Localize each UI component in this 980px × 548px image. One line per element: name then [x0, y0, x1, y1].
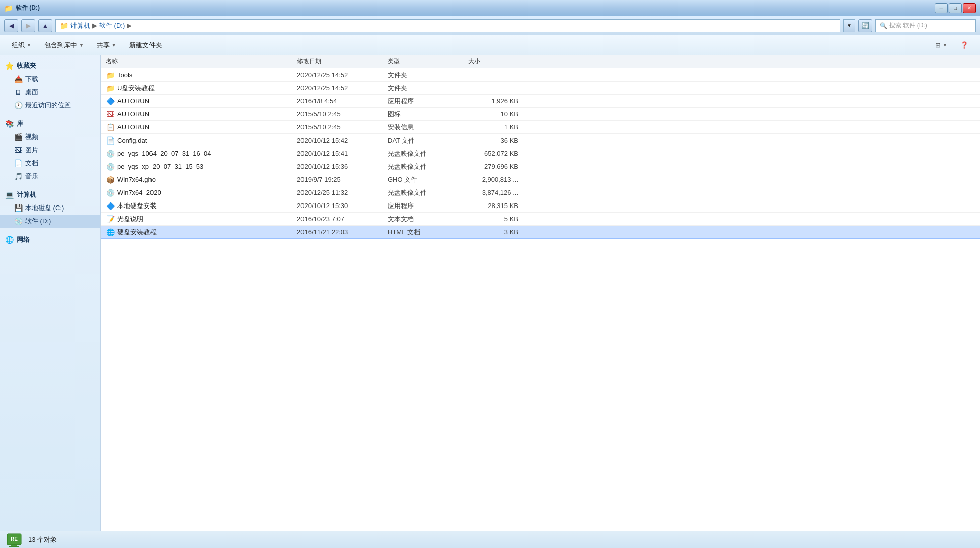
file-type: 光盘映像文件 [388, 188, 468, 197]
minimize-button[interactable]: ─ [935, 3, 948, 13]
col-header-type[interactable]: 类型 [388, 57, 468, 66]
sidebar: ⭐ 收藏夹 📥 下载 🖥 桌面 🕐 最近访问的位置 📚 库 [0, 55, 101, 531]
network-icon: 🌐 [5, 236, 14, 244]
table-row[interactable]: 📁 U盘安装教程 2020/12/25 14:52 文件夹 [101, 82, 980, 95]
file-name: 📋 AUTORUN [106, 123, 297, 132]
sidebar-item-download[interactable]: 📥 下载 [0, 73, 100, 86]
file-name: 🖼 AUTORUN [106, 110, 297, 119]
views-arrow: ▼ [943, 43, 947, 48]
sidebar-item-local-d[interactable]: 💿 软件 (D:) [0, 215, 100, 228]
search-box[interactable]: 🔍 搜索 软件 (D:) [875, 19, 976, 32]
network-label: 网络 [17, 235, 30, 244]
file-size: 1 KB [468, 123, 529, 131]
gho-icon: 📦 [106, 175, 115, 184]
window-title: 软件 (D:) [16, 4, 40, 12]
address-path[interactable]: 📁 计算机 ▶ 软件 (D:) ▶ [55, 19, 840, 32]
dat-icon: 📄 [106, 136, 115, 145]
sidebar-header-favorites[interactable]: ⭐ 收藏夹 [0, 59, 100, 73]
share-button[interactable]: 共享 ▼ [91, 38, 122, 53]
file-type: GHO 文件 [388, 175, 468, 184]
address-dropdown[interactable]: ▼ [843, 19, 855, 32]
file-name: 🌐 硬盘安装教程 [106, 228, 297, 237]
table-row[interactable]: 💿 pe_yqs_xp_20_07_31_15_53 2020/10/12 15… [101, 160, 980, 173]
computer-label: 计算机 [17, 190, 36, 199]
img-icon: 🖼 [106, 110, 115, 119]
refresh-button[interactable]: 🔄 [858, 19, 872, 32]
pictures-icon: 🖼 [14, 146, 22, 154]
exe_special-icon: 🔷 [106, 201, 115, 211]
col-header-size[interactable]: 大小 [468, 57, 529, 66]
favorites-label: 收藏夹 [17, 61, 36, 71]
sidebar-item-video[interactable]: 🎬 视频 [0, 130, 100, 144]
sidebar-section-computer: 💻 计算机 💾 本地磁盘 (C:) 💿 软件 (D:) [0, 188, 100, 228]
video-icon: 🎬 [14, 133, 22, 141]
iso-icon: 💿 [106, 188, 115, 197]
sidebar-header-library[interactable]: 📚 库 [0, 117, 100, 130]
share-arrow: ▼ [112, 43, 116, 48]
music-icon: 🎵 [14, 172, 22, 180]
iso-icon: 💿 [106, 149, 115, 158]
window-icon: 📁 [4, 4, 13, 12]
back-button[interactable]: ◀ [4, 19, 18, 32]
new-folder-button[interactable]: 新建文件夹 [124, 38, 168, 53]
file-list: 📁 Tools 2020/12/25 14:52 文件夹 📁 U盘安装教程 20… [101, 68, 980, 531]
forward-button[interactable]: ▶ [21, 19, 35, 32]
file-date: 2020/12/25 14:52 [297, 84, 388, 92]
file-type: 应用程序 [388, 97, 468, 106]
file-date: 2019/9/7 19:25 [297, 176, 388, 183]
sidebar-item-desktop[interactable]: 🖥 桌面 [0, 86, 100, 99]
table-row[interactable]: 📦 Win7x64.gho 2019/9/7 19:25 GHO 文件 2,90… [101, 173, 980, 186]
file-date: 2020/10/12 15:41 [297, 150, 388, 157]
file-area: 名称 修改日期 类型 大小 📁 Tools 2020/12/25 14:52 文… [101, 55, 980, 531]
pictures-label: 图片 [25, 146, 38, 155]
status-bar-icon: RE [6, 532, 22, 548]
file-type: 光盘映像文件 [388, 149, 468, 158]
file-type: DAT 文件 [388, 136, 468, 145]
title-bar-controls: ─ □ ✕ [935, 3, 976, 13]
path-computer[interactable]: 计算机 [70, 21, 90, 30]
file-size: 28,315 KB [468, 202, 529, 210]
table-row[interactable]: 🌐 硬盘安装教程 2016/11/21 22:03 HTML 文档 3 KB [101, 226, 980, 239]
include-library-button[interactable]: 包含到库中 ▼ [39, 38, 89, 53]
table-row[interactable]: 📄 Config.dat 2020/10/12 15:42 DAT 文件 36 … [101, 134, 980, 147]
sidebar-header-computer[interactable]: 💻 计算机 [0, 188, 100, 201]
include-library-arrow: ▼ [79, 43, 84, 48]
sidebar-header-network[interactable]: 🌐 网络 [0, 233, 100, 246]
sidebar-item-recent[interactable]: 🕐 最近访问的位置 [0, 99, 100, 112]
file-date: 2016/11/21 22:03 [297, 228, 388, 236]
download-label: 下载 [25, 75, 38, 84]
sidebar-item-music[interactable]: 🎵 音乐 [0, 170, 100, 183]
file-date: 2015/5/10 2:45 [297, 110, 388, 118]
table-row[interactable]: 💿 pe_yqs_1064_20_07_31_16_04 2020/10/12 … [101, 147, 980, 160]
table-row[interactable]: 🔷 AUTORUN 2016/1/8 4:54 应用程序 1,926 KB [101, 95, 980, 108]
file-size: 3,874,126 ... [468, 189, 529, 196]
organize-label: 组织 [12, 41, 25, 50]
close-button[interactable]: ✕ [963, 3, 976, 13]
folder-icon: 📁 [106, 71, 115, 80]
library-label: 库 [17, 119, 23, 128]
file-type: 应用程序 [388, 201, 468, 211]
sidebar-item-documents[interactable]: 📄 文档 [0, 157, 100, 170]
sidebar-item-pictures[interactable]: 🖼 图片 [0, 144, 100, 157]
table-row[interactable]: 📁 Tools 2020/12/25 14:52 文件夹 [101, 68, 980, 82]
sidebar-item-local-c[interactable]: 💾 本地磁盘 (C:) [0, 201, 100, 215]
include-library-label: 包含到库中 [44, 41, 77, 50]
col-header-date[interactable]: 修改日期 [297, 57, 388, 66]
table-row[interactable]: 🖼 AUTORUN 2015/5/10 2:45 图标 10 KB [101, 108, 980, 121]
col-header-name[interactable]: 名称 [106, 57, 297, 66]
table-row[interactable]: 📋 AUTORUN 2015/5/10 2:45 安装信息 1 KB [101, 121, 980, 134]
path-drive[interactable]: 软件 (D:) [99, 21, 125, 30]
views-button[interactable]: ⊞ ▼ [930, 38, 953, 53]
organize-button[interactable]: 组织 ▼ [6, 38, 37, 53]
table-row[interactable]: 💿 Win7x64_2020 2020/12/25 11:32 光盘映像文件 3… [101, 186, 980, 199]
local-c-label: 本地磁盘 (C:) [25, 203, 64, 213]
help-button[interactable]: ❓ [955, 38, 974, 53]
up-button[interactable]: ▲ [38, 19, 52, 32]
svg-text:RE: RE [11, 536, 18, 542]
file-name: 💿 Win7x64_2020 [106, 188, 297, 197]
table-row[interactable]: 📝 光盘说明 2016/10/23 7:07 文本文档 5 KB [101, 213, 980, 226]
new-folder-label: 新建文件夹 [129, 41, 162, 50]
maximize-button[interactable]: □ [949, 3, 962, 13]
table-row[interactable]: 🔷 本地硬盘安装 2020/10/12 15:30 应用程序 28,315 KB [101, 199, 980, 213]
address-bar: ◀ ▶ ▲ 📁 计算机 ▶ 软件 (D:) ▶ ▼ 🔄 🔍 搜索 软件 (D:) [0, 16, 980, 35]
